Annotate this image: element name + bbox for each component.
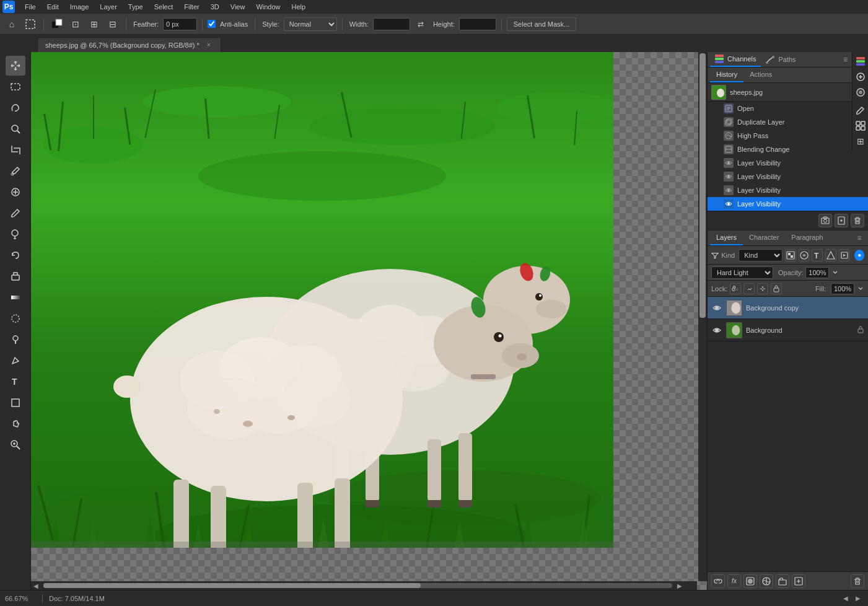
paths-tab[interactable]: Paths: [761, 53, 800, 66]
new-snapshot-btn[interactable]: [818, 214, 832, 227]
menu-type[interactable]: Type: [123, 2, 148, 12]
next-arrow[interactable]: ▶: [853, 594, 863, 604]
character-tab[interactable]: Character: [743, 231, 785, 245]
lasso-tool[interactable]: [6, 98, 25, 118]
layer-background[interactable]: Background: [708, 319, 868, 341]
swap-dimensions-button[interactable]: ⇄: [413, 16, 429, 32]
styles-icon[interactable]: [854, 86, 867, 99]
marquee-tool[interactable]: [6, 77, 25, 97]
layer-link-btn[interactable]: [711, 574, 725, 588]
history-item-visibility3[interactable]: Layer Visibility: [708, 183, 868, 197]
panel-options-btn[interactable]: ≡: [841, 54, 850, 65]
layer-group-btn[interactable]: [776, 574, 789, 588]
history-item-open[interactable]: Open: [708, 102, 868, 115]
filter-shape-btn[interactable]: [825, 249, 836, 261]
paragraph-tab[interactable]: Paragraph: [785, 231, 829, 245]
layer-visibility-bg-copy[interactable]: [711, 302, 722, 314]
style-select[interactable]: Normal Fixed Ratio Fixed Size: [284, 17, 337, 31]
eyedropper-tool[interactable]: [6, 161, 25, 181]
layer-background-copy[interactable]: Background copy: [708, 297, 868, 319]
delete-state-btn[interactable]: [851, 214, 864, 227]
tool-presets-icon[interactable]: [854, 119, 867, 133]
history-item-visibility4[interactable]: Layer Visibility: [708, 197, 868, 211]
tool-mode1[interactable]: ⊡: [68, 16, 84, 32]
menu-select[interactable]: Select: [149, 2, 178, 12]
history-item-highpass[interactable]: High Pass: [708, 129, 868, 143]
menu-3d[interactable]: 3D: [206, 2, 224, 12]
layer-delete-btn[interactable]: [851, 574, 864, 588]
height-input[interactable]: [459, 18, 496, 30]
history-item-duplicate[interactable]: Duplicate Layer: [708, 115, 868, 129]
channels-icon[interactable]: [854, 55, 867, 68]
hand-tool[interactable]: [6, 414, 25, 434]
marquee-tool-options[interactable]: [22, 16, 38, 32]
healing-brush-tool[interactable]: [6, 182, 25, 202]
layer-new-btn[interactable]: [792, 574, 805, 588]
canvas-area[interactable]: ◀ ▶: [31, 52, 707, 590]
v-scrollbar-thumb[interactable]: [699, 53, 706, 318]
menu-edit[interactable]: Edit: [42, 2, 64, 12]
menu-image[interactable]: Image: [65, 2, 94, 12]
home-button[interactable]: ⌂: [4, 16, 20, 32]
blur-tool[interactable]: [6, 309, 25, 328]
layer-adjustment-btn[interactable]: [760, 574, 773, 588]
prev-arrow[interactable]: ◀: [841, 594, 851, 604]
select-and-mask-button[interactable]: Select and Mask...: [507, 17, 577, 31]
zoom-tool[interactable]: [6, 435, 25, 455]
vertical-scrollbar[interactable]: [698, 52, 707, 581]
tool-mode2[interactable]: ⊞: [86, 16, 102, 32]
tool-mode3[interactable]: ⊟: [105, 16, 121, 32]
menu-view[interactable]: View: [226, 2, 250, 12]
pen-tool[interactable]: [6, 351, 25, 371]
lock-position-btn[interactable]: [757, 283, 768, 294]
menu-filter[interactable]: Filter: [179, 2, 204, 12]
move-tool[interactable]: [6, 56, 25, 76]
history-snapshot-item[interactable]: sheeps.jpg: [708, 83, 868, 102]
layer-fx-btn[interactable]: fx: [727, 574, 741, 588]
channels-tab[interactable]: Channels: [710, 52, 761, 67]
shape-tool[interactable]: [6, 393, 25, 413]
horizontal-scrollbar[interactable]: ◀ ▶: [31, 581, 697, 590]
layers-menu-btn[interactable]: ≡: [853, 232, 866, 244]
scroll-right-btn[interactable]: ▶: [677, 582, 682, 589]
lock-image-btn[interactable]: [743, 283, 755, 294]
tab-close-button[interactable]: ×: [204, 41, 213, 50]
kind-select[interactable]: Kind Name Effect Mode Attribute Color: [739, 249, 783, 261]
h-scrollbar-track[interactable]: [43, 583, 672, 588]
menu-window[interactable]: Window: [251, 2, 285, 12]
layer-visibility-bg[interactable]: [711, 325, 722, 336]
dodge-tool[interactable]: [6, 330, 25, 349]
create-new-document-btn[interactable]: [835, 214, 848, 227]
active-tab[interactable]: sheeps.jpg @ 66,7% (Background copy, RGB…: [37, 37, 221, 52]
history-item-visibility2[interactable]: Layer Visibility: [708, 170, 868, 183]
actions-tab[interactable]: Actions: [743, 68, 778, 82]
eraser-tool[interactable]: [6, 266, 25, 286]
brush-tool[interactable]: [6, 203, 25, 223]
adjustment-icon[interactable]: [854, 70, 867, 84]
gradient-tool[interactable]: [6, 288, 25, 307]
menu-file[interactable]: File: [20, 2, 41, 12]
fill-input[interactable]: [831, 283, 854, 294]
layer-mask-btn[interactable]: [743, 574, 757, 588]
filter-adjustment-btn[interactable]: [799, 249, 810, 261]
filter-type-btn[interactable]: T: [812, 249, 823, 261]
history-brush-tool[interactable]: [6, 245, 25, 265]
history-item-blending[interactable]: Blending Change: [708, 143, 868, 156]
width-input[interactable]: [373, 18, 410, 30]
filter-pixel-btn[interactable]: [785, 249, 796, 261]
blend-mode-select[interactable]: Hard Light Normal Multiply Screen Overla…: [711, 266, 773, 279]
crop-tool[interactable]: [6, 140, 25, 160]
opacity-input[interactable]: [805, 267, 829, 278]
lock-transparent-btn[interactable]: [730, 283, 741, 294]
filter-smartobj-btn[interactable]: [839, 249, 850, 261]
anti-alias-checkbox[interactable]: [208, 20, 216, 28]
h-scrollbar-thumb[interactable]: [43, 583, 421, 588]
brush-preset-icon[interactable]: [854, 103, 867, 117]
foreground-bg-color[interactable]: [49, 16, 65, 32]
text-tool[interactable]: T: [6, 372, 25, 392]
feather-input[interactable]: [163, 18, 197, 30]
history-tab[interactable]: History: [710, 68, 743, 82]
scroll-left-btn[interactable]: ◀: [33, 582, 38, 589]
extra-panel-icon[interactable]: ⊞: [854, 134, 867, 148]
lock-all-btn[interactable]: [771, 283, 782, 294]
